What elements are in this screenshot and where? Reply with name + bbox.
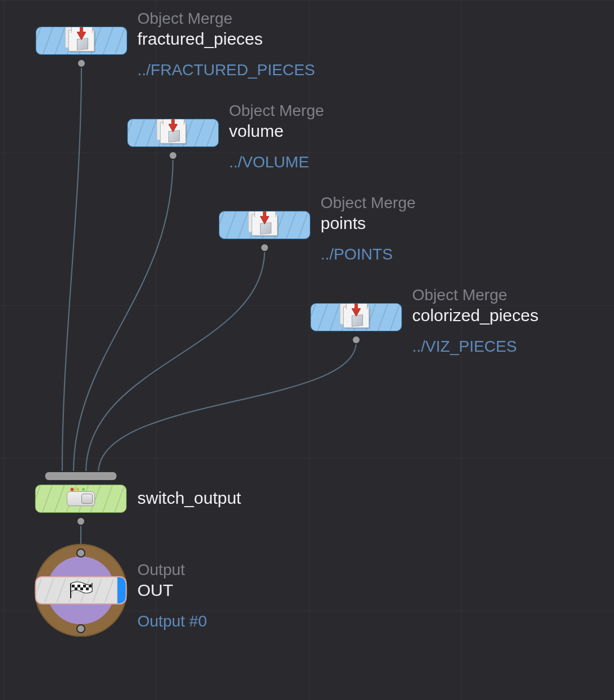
node-name-label: colorized_pieces [412,306,538,325]
node-path-label: ../FRACTURED_PIECES [137,61,315,79]
node-volume-output-port[interactable] [168,151,178,160]
node-name-label: volume [229,122,284,141]
node-path-label: ../VIZ_PIECES [412,338,517,356]
node-name-label: switch_output [137,489,241,508]
node-out-output-port[interactable] [76,624,85,633]
node-name-label: points [321,214,366,233]
svg-rect-2 [77,585,80,587]
switch-icon [67,491,95,506]
node-path-label: ../VOLUME [229,153,309,171]
node-type-label: Output [137,561,185,579]
object-merge-icon [68,30,94,51]
node-switch-output-port[interactable] [76,517,85,526]
node-colorized-output-port[interactable] [352,335,361,344]
svg-rect-7 [86,587,89,590]
node-name-label: OUT [137,581,173,600]
node-path-label: Output #0 [137,612,207,630]
node-type-label: Object Merge [321,194,416,212]
node-points-output-port[interactable] [260,243,269,252]
node-type-label: Object Merge [137,10,232,28]
svg-rect-1 [72,585,75,587]
node-switch-multi-input-port[interactable] [44,471,118,481]
node-fractured-output-port[interactable] [77,59,86,68]
node-out-input-port[interactable] [76,548,85,558]
node-colorized-pieces[interactable] [310,303,402,331]
node-switch-output[interactable] [35,485,127,513]
svg-rect-4 [89,585,92,587]
object-merge-icon [252,214,278,236]
node-type-label: Object Merge [412,286,507,304]
node-type-label: Object Merge [229,102,324,120]
node-fractured-pieces[interactable] [36,27,127,55]
flag-icon [67,581,94,599]
node-path-label: ../POINTS [321,245,393,263]
svg-rect-5 [75,587,77,590]
node-volume[interactable] [127,119,219,147]
object-merge-icon [343,306,369,328]
node-points[interactable] [219,211,310,239]
node-out[interactable] [35,576,127,604]
node-name-label: fractured_pieces [137,29,263,49]
svg-rect-6 [80,587,83,590]
object-merge-icon [160,122,186,144]
display-flag-indicator[interactable] [117,577,126,603]
svg-rect-3 [83,585,86,587]
